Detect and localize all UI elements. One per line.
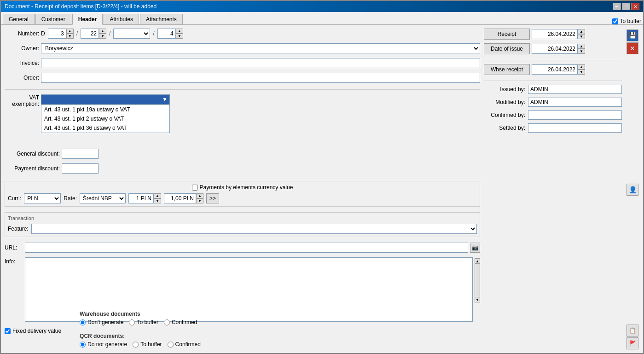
- to-buffer-container: To buffer: [612, 18, 641, 24]
- invoice-input[interactable]: [41, 58, 480, 68]
- whse-receipt-input[interactable]: [532, 64, 578, 75]
- feature-select[interactable]: [31, 224, 477, 234]
- number-select[interactable]: [113, 29, 150, 39]
- number-spin2[interactable]: ▲▼: [81, 29, 106, 39]
- spin1-down[interactable]: ▼: [66, 34, 74, 39]
- cancel-button[interactable]: ✕: [627, 42, 638, 54]
- qcr-radio-3[interactable]: [168, 342, 174, 348]
- info-scrollbar-up[interactable]: ▲: [475, 258, 480, 264]
- owner-select[interactable]: Borysewicz: [41, 43, 480, 53]
- clipboard-button[interactable]: 📋: [627, 325, 638, 337]
- tab-general[interactable]: General: [3, 14, 35, 24]
- qcr-radio-2[interactable]: [133, 342, 139, 348]
- to-buffer-checkbox[interactable]: [612, 18, 618, 24]
- whse-up[interactable]: ▲: [578, 64, 585, 70]
- vat-option-1[interactable]: Art. 43 ust. 1 pkt 19a ustawy o VAT: [41, 105, 169, 114]
- rate-display-input[interactable]: [164, 193, 196, 203]
- info-scrollbar-down[interactable]: ▼: [475, 297, 480, 302]
- vat-option-3[interactable]: Art. 43 ust. 1 pkt 36 ustawy o VAT: [41, 123, 169, 133]
- tab-header[interactable]: Header: [72, 14, 103, 25]
- payments-by-elements-checkbox[interactable]: [192, 185, 198, 191]
- warehouse-radio-1[interactable]: [80, 319, 86, 325]
- issued-by-input[interactable]: [528, 85, 622, 94]
- minimize-button[interactable]: ━: [613, 3, 621, 10]
- modified-by-label: Modified by:: [484, 99, 525, 105]
- settled-by-input[interactable]: [528, 123, 622, 133]
- number-input2[interactable]: [81, 29, 99, 39]
- warehouse-option-3-label: Confirmed: [172, 319, 197, 325]
- receipt-date-spin[interactable]: ▲▼: [532, 29, 585, 39]
- number-spin4[interactable]: ▲▼: [157, 29, 183, 39]
- vat-option-2[interactable]: Art. 43 ust. 1 pkt 2 ustawy o VAT: [41, 114, 169, 123]
- payment-discount-input[interactable]: [62, 163, 99, 174]
- settled-by-row: Settled by:: [484, 123, 622, 133]
- maximize-button[interactable]: □: [622, 3, 630, 10]
- close-button[interactable]: ✕: [631, 3, 639, 10]
- spin4-down[interactable]: ▼: [176, 34, 183, 39]
- curr-select[interactable]: PLN: [24, 193, 61, 203]
- main-window: Document - Receipt of deposit items [D-3…: [0, 0, 644, 354]
- whse-receipt-button[interactable]: Whse receipt: [484, 64, 530, 75]
- flag-button[interactable]: 🚩: [627, 337, 638, 349]
- url-camera-button[interactable]: 📷: [470, 243, 480, 253]
- number-input4[interactable]: [157, 29, 176, 39]
- rate-amount-input[interactable]: [128, 193, 154, 203]
- date-of-issue-input[interactable]: [532, 44, 578, 54]
- date-of-issue-button[interactable]: Date of issue: [484, 43, 530, 54]
- warehouse-radio-2[interactable]: [129, 319, 135, 325]
- save-button[interactable]: 💾: [627, 29, 638, 41]
- doi-up[interactable]: ▲: [578, 44, 585, 49]
- general-discount-input[interactable]: [62, 149, 99, 159]
- warehouse-section: Warehouse documents Don't generate To bu…: [80, 309, 480, 327]
- url-label: URL:: [5, 244, 23, 251]
- rate-display-down[interactable]: ▼: [196, 198, 203, 203]
- order-label: Order:: [5, 75, 39, 81]
- warehouse-radio-3[interactable]: [164, 319, 170, 325]
- qcr-option-1-label: Do not generate: [87, 341, 127, 348]
- spin2-up[interactable]: ▲: [99, 29, 106, 34]
- tab-attachments[interactable]: Attachments: [140, 14, 183, 24]
- receipt-button[interactable]: Receipt: [484, 29, 530, 40]
- qcr-radio-1[interactable]: [80, 342, 86, 348]
- number-input1[interactable]: [48, 29, 66, 39]
- rate-select[interactable]: Średni NBP: [80, 193, 126, 203]
- issued-by-label: Issued by:: [484, 86, 525, 93]
- qcr-option-1: Do not generate: [80, 341, 127, 348]
- spin1-up[interactable]: ▲: [66, 29, 74, 34]
- general-discount-row: General discount:: [5, 149, 480, 159]
- whse-down[interactable]: ▼: [578, 70, 585, 75]
- fixed-delivery-checkbox[interactable]: [5, 328, 11, 334]
- qcr-title: QCR documents:: [80, 333, 480, 339]
- warehouse-radio-row: Don't generate To buffer Confirmed: [80, 319, 480, 325]
- warehouse-title: Warehouse documents: [80, 311, 480, 317]
- modified-by-input[interactable]: [528, 98, 622, 107]
- forward-button[interactable]: >>: [206, 193, 219, 203]
- url-row: URL: 📷: [5, 243, 480, 253]
- vat-dropdown-container: ▼ Art. 43 ust. 1 pkt 19a ustawy o VAT Ar…: [41, 94, 170, 104]
- rate-spin-down[interactable]: ▼: [154, 198, 161, 203]
- rate-display-up[interactable]: ▲: [196, 193, 203, 198]
- date-of-issue-spin[interactable]: ▲▼: [532, 44, 585, 54]
- person-button[interactable]: 👤: [627, 184, 638, 196]
- rate-spin-up[interactable]: ▲: [154, 193, 161, 198]
- whse-receipt-spin[interactable]: ▲▼: [532, 64, 585, 75]
- doi-down[interactable]: ▼: [578, 49, 585, 54]
- order-input[interactable]: [41, 73, 480, 83]
- spin2-down[interactable]: ▼: [99, 34, 106, 39]
- number-spin1[interactable]: ▲▼: [48, 29, 74, 39]
- receipt-date-input[interactable]: [532, 29, 578, 39]
- tab-attributes[interactable]: Attributes: [104, 14, 139, 24]
- to-buffer-label: To buffer: [620, 18, 641, 24]
- url-input[interactable]: [25, 243, 468, 253]
- tab-customer[interactable]: Customer: [35, 14, 71, 24]
- rate-spin[interactable]: ▲▼: [128, 193, 161, 203]
- vat-select-header[interactable]: ▼: [41, 94, 170, 104]
- receipt-date-up[interactable]: ▲: [578, 29, 585, 34]
- side-buttons: 💾 ✕ 👤 📋 🚩: [626, 29, 639, 349]
- spin4-up[interactable]: ▲: [176, 29, 183, 34]
- receipt-date-down[interactable]: ▼: [578, 34, 585, 39]
- order-row: Order:: [5, 73, 480, 83]
- rate-display-spin[interactable]: ▲▼: [164, 193, 203, 203]
- cancel-icon: ✕: [630, 45, 635, 52]
- confirmed-by-input[interactable]: [528, 110, 622, 120]
